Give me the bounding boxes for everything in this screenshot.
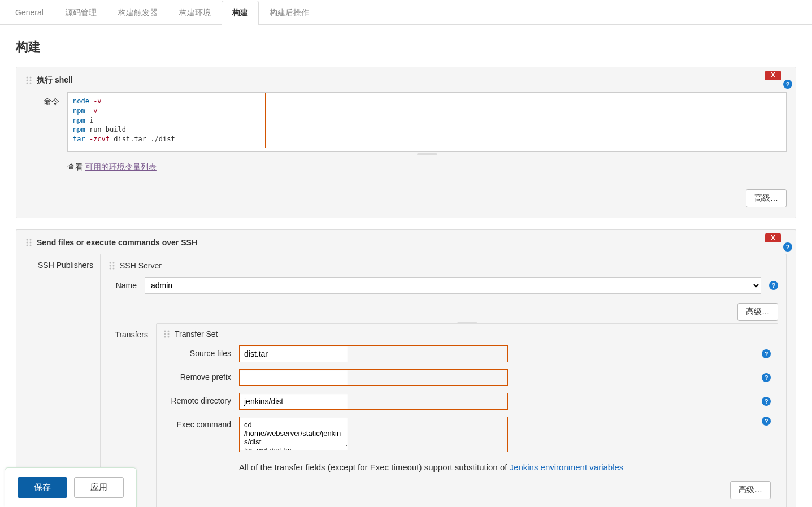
shell-header: 执行 shell [37, 75, 73, 85]
help-icon-remove-prefix[interactable]: ? [762, 373, 771, 382]
shell-advanced-button[interactable]: 高级… [746, 189, 787, 207]
svg-point-12 [110, 262, 111, 263]
svg-point-6 [27, 239, 28, 240]
svg-point-17 [113, 267, 115, 269]
svg-point-18 [164, 330, 166, 332]
footer-action-bar: 保存 应用 [5, 467, 137, 507]
config-tabs: General 源码管理 构建触发器 构建环境 构建 构建后操作 [0, 0, 812, 25]
tab-env[interactable]: 构建环境 [168, 1, 222, 25]
apply-button[interactable]: 应用 [74, 477, 124, 498]
jenkins-env-vars-link[interactable]: Jenkins environment variables [510, 462, 624, 472]
svg-point-0 [27, 77, 28, 79]
drag-handle-icon[interactable] [108, 261, 115, 270]
svg-point-2 [27, 80, 28, 81]
tab-post[interactable]: 构建后操作 [259, 1, 320, 25]
svg-point-10 [27, 244, 28, 246]
resize-grip-icon[interactable] [457, 322, 477, 324]
drag-handle-icon[interactable] [163, 330, 170, 339]
transfer-note: All of the transfer fields (except for E… [163, 459, 771, 478]
svg-point-16 [110, 267, 111, 269]
tab-triggers[interactable]: 构建触发器 [107, 1, 168, 25]
svg-point-13 [113, 262, 115, 263]
svg-point-22 [164, 336, 166, 337]
help-icon-shell[interactable]: ? [783, 80, 792, 89]
transfer-set-advanced-button[interactable]: 高级… [730, 481, 771, 499]
drag-handle-icon[interactable] [25, 76, 32, 85]
save-button[interactable]: 保存 [18, 477, 67, 498]
help-icon-remote-dir[interactable]: ? [762, 397, 771, 406]
svg-point-11 [30, 244, 32, 246]
env-var-list-line: 查看 可用的环境变量列表 [67, 158, 157, 180]
source-files-label: Source files [163, 345, 231, 358]
shell-command-text[interactable]: node -v npm -v npm i npm run build tar -… [68, 93, 265, 148]
svg-point-23 [168, 336, 170, 337]
transfers-label: Transfers [108, 323, 148, 339]
build-step-shell: X ? 执行 shell 命令 node -v npm -v npm i npm… [16, 67, 796, 218]
ssh-name-select[interactable]: admin [145, 277, 761, 294]
help-icon-ssh[interactable]: ? [783, 242, 792, 252]
remote-dir-label: Remote directory [163, 393, 231, 405]
remote-dir-input[interactable] [239, 393, 348, 410]
help-icon-source-files[interactable]: ? [762, 349, 771, 358]
source-files-input[interactable] [239, 345, 348, 362]
page-title: 构建 [0, 25, 812, 67]
help-icon-name[interactable]: ? [769, 281, 778, 290]
tab-build[interactable]: 构建 [222, 1, 259, 25]
shell-command-label: 命令 [25, 92, 59, 107]
svg-point-20 [164, 333, 166, 335]
transfer-set-header: Transfer Set [175, 330, 218, 339]
svg-point-4 [27, 83, 28, 84]
help-icon-exec-command[interactable]: ? [762, 417, 771, 426]
ssh-publishers-label: SSH Publishers [25, 254, 93, 270]
svg-point-7 [30, 239, 32, 240]
ssh-server-header: SSH Server [120, 261, 162, 270]
remove-prefix-label: Remove prefix [163, 369, 231, 382]
ssh-header: Send files or execute commands over SSH [37, 238, 197, 247]
tab-scm[interactable]: 源码管理 [54, 1, 107, 25]
svg-point-5 [30, 83, 32, 84]
env-var-list-link[interactable]: 可用的环境变量列表 [85, 162, 157, 171]
ssh-name-label: Name [108, 281, 137, 290]
svg-point-8 [27, 241, 28, 243]
svg-point-15 [113, 265, 115, 266]
build-step-ssh: X ? Send files or execute commands over … [16, 229, 796, 507]
remove-prefix-input[interactable] [239, 369, 348, 386]
exec-command-label: Exec command [163, 417, 231, 429]
exec-command-textarea[interactable] [239, 417, 348, 450]
svg-point-19 [168, 330, 170, 332]
svg-point-3 [30, 80, 32, 81]
ssh-server-advanced-button[interactable]: 高级… [737, 303, 778, 321]
svg-point-14 [110, 265, 111, 266]
resize-grip-icon[interactable] [68, 148, 786, 151]
svg-point-21 [168, 333, 170, 335]
shell-command-field[interactable]: node -v npm -v npm i npm run build tar -… [67, 92, 787, 152]
drag-handle-icon[interactable] [25, 238, 32, 247]
svg-point-9 [30, 241, 32, 243]
svg-point-1 [30, 77, 32, 79]
tab-general[interactable]: General [5, 1, 54, 25]
